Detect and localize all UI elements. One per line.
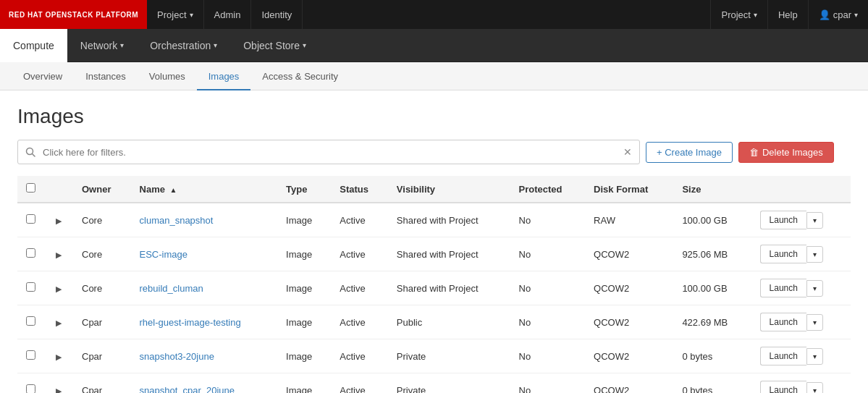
nav-orchestration[interactable]: Orchestration ▾ (137, 29, 230, 62)
launch-button[interactable]: Launch (760, 211, 806, 229)
row-type: Image (277, 305, 331, 339)
launch-dropdown-button[interactable]: ▾ (806, 212, 823, 229)
row-checkbox[interactable] (26, 248, 35, 258)
trash-icon: 🗑 (749, 147, 759, 158)
row-type: Image (277, 339, 331, 373)
launch-button[interactable]: Launch (760, 313, 806, 331)
expand-icon[interactable]: ▶ (53, 385, 64, 394)
image-name-link[interactable]: rebuild_cluman (140, 283, 203, 294)
launch-dropdown-button[interactable]: ▾ (806, 280, 823, 297)
second-nav-bar: Compute Network ▾ Orchestration ▾ Object… (0, 29, 868, 62)
row-checkbox[interactable] (26, 214, 35, 224)
main-content: Images ✕ + Create Image 🗑 Delete Images (0, 90, 868, 393)
launch-dropdown-button[interactable]: ▾ (806, 314, 823, 331)
nav-user[interactable]: 👤 cpar ▾ (808, 0, 868, 29)
row-checkbox-cell (17, 237, 44, 271)
row-checkbox-cell (17, 305, 44, 339)
row-checkbox[interactable] (26, 316, 35, 326)
table-row: ▶ Cpar snapshot_cpar_20june Image Active… (17, 373, 851, 394)
expand-icon[interactable]: ▶ (53, 283, 64, 295)
row-size: 422.69 MB (673, 305, 751, 339)
row-disk-format: QCOW2 (585, 339, 673, 373)
launch-button-group: Launch ▾ (760, 381, 842, 393)
create-image-button[interactable]: + Create Image (646, 142, 733, 163)
row-actions: Launch ▾ (751, 373, 851, 394)
expand-icon[interactable]: ▶ (53, 215, 64, 227)
launch-button-group: Launch ▾ (760, 347, 842, 365)
row-checkbox-cell (17, 271, 44, 305)
row-expand[interactable]: ▶ (44, 373, 73, 394)
row-type: Image (277, 373, 331, 394)
expand-icon[interactable]: ▶ (53, 317, 64, 329)
row-name: cluman_snapshot (131, 203, 278, 237)
row-status: Active (331, 237, 388, 271)
row-expand[interactable]: ▶ (44, 203, 73, 237)
row-expand[interactable]: ▶ (44, 271, 73, 305)
select-all-header (17, 176, 44, 203)
nav-identity[interactable]: Identity (251, 0, 303, 29)
nav-project[interactable]: Project ▾ (147, 0, 203, 29)
launch-dropdown-button[interactable]: ▾ (806, 382, 823, 394)
image-name-link[interactable]: rhel-guest-image-testing (140, 317, 241, 328)
tab-volumes[interactable]: Volumes (138, 62, 197, 90)
nav-project-context[interactable]: Project ▾ (710, 0, 767, 29)
row-checkbox[interactable] (26, 282, 35, 292)
row-status: Active (331, 373, 388, 394)
tab-images[interactable]: Images (197, 62, 251, 90)
col-status: Status (331, 176, 388, 203)
nav-object-store[interactable]: Object Store ▾ (230, 29, 319, 62)
tab-overview[interactable]: Overview (12, 62, 74, 90)
row-expand[interactable]: ▶ (44, 305, 73, 339)
launch-dropdown-button[interactable]: ▾ (806, 348, 823, 365)
select-all-checkbox[interactable] (26, 183, 35, 193)
row-owner: Core (73, 271, 131, 305)
row-protected: No (510, 373, 586, 394)
image-name-link[interactable]: snapshot3-20june (140, 351, 214, 362)
chevron-down-icon: ▾ (190, 11, 193, 19)
nav-admin[interactable]: Admin (204, 0, 252, 29)
row-checkbox[interactable] (26, 350, 35, 360)
image-name-link[interactable]: snapshot_cpar_20june (140, 385, 235, 394)
row-protected: No (510, 203, 586, 237)
launch-button[interactable]: Launch (760, 279, 806, 297)
col-name[interactable]: Name ▲ (131, 176, 278, 203)
tab-bar: Overview Instances Volumes Images Access… (0, 62, 868, 90)
chevron-down-icon: ▾ (854, 11, 858, 19)
row-owner: Core (73, 237, 131, 271)
row-expand[interactable]: ▶ (44, 237, 73, 271)
launch-dropdown-button[interactable]: ▾ (806, 246, 823, 263)
row-owner: Cpar (73, 339, 131, 373)
row-disk-format: QCOW2 (585, 237, 673, 271)
search-clear-icon[interactable]: ✕ (616, 146, 639, 158)
table-row: ▶ Cpar rhel-guest-image-testing Image Ac… (17, 305, 851, 339)
image-name-link[interactable]: ESC-image (140, 249, 187, 260)
tab-access-security[interactable]: Access & Security (250, 62, 350, 90)
row-type: Image (277, 271, 331, 305)
launch-button[interactable]: Launch (760, 347, 806, 365)
row-protected: No (510, 305, 586, 339)
chevron-down-icon: ▾ (303, 41, 306, 49)
tab-instances[interactable]: Instances (74, 62, 138, 90)
svg-line-1 (33, 154, 35, 157)
row-status: Active (331, 203, 388, 237)
row-checkbox[interactable] (26, 384, 35, 393)
search-input[interactable] (43, 147, 616, 158)
nav-network[interactable]: Network ▾ (67, 29, 137, 62)
nav-help[interactable]: Help (767, 0, 808, 29)
row-size: 100.00 GB (673, 203, 751, 237)
launch-button[interactable]: Launch (760, 381, 806, 393)
launch-button[interactable]: Launch (760, 245, 806, 263)
image-name-link[interactable]: cluman_snapshot (140, 215, 214, 226)
expand-icon[interactable]: ▶ (53, 351, 64, 363)
images-table: Owner Name ▲ Type Status Visibility Prot… (17, 176, 851, 393)
delete-images-button[interactable]: 🗑 Delete Images (738, 142, 834, 163)
col-type: Type (277, 176, 331, 203)
sort-icon: ▲ (170, 186, 177, 194)
nav-compute[interactable]: Compute (0, 29, 67, 62)
row-expand[interactable]: ▶ (44, 339, 73, 373)
expand-icon[interactable]: ▶ (53, 249, 64, 261)
row-actions: Launch ▾ (751, 237, 851, 271)
row-visibility: Shared with Project (388, 203, 510, 237)
row-visibility: Shared with Project (388, 237, 510, 271)
row-actions: Launch ▾ (751, 339, 851, 373)
